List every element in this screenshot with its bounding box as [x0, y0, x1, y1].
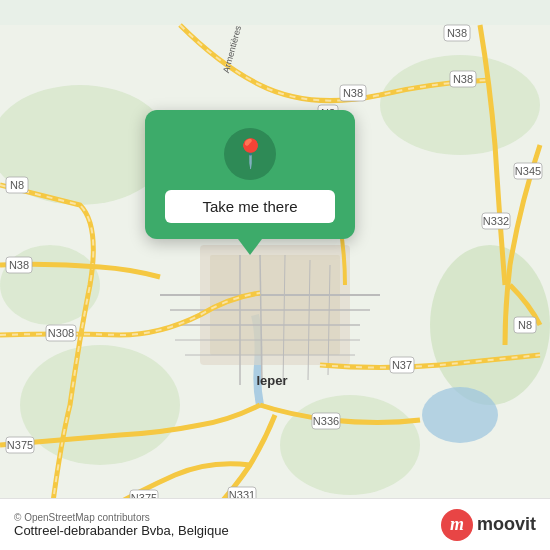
- location-pin-icon: 📍: [233, 140, 268, 168]
- svg-text:N37: N37: [392, 359, 412, 371]
- popup-card: 📍 Take me there: [145, 110, 355, 239]
- take-me-there-button[interactable]: Take me there: [165, 190, 335, 223]
- svg-text:N38: N38: [453, 73, 473, 85]
- svg-text:N336: N336: [313, 415, 339, 427]
- location-icon: 📍: [224, 128, 276, 180]
- moovit-wordmark: moovit: [477, 514, 536, 535]
- moovit-logo: m moovit: [441, 509, 536, 541]
- svg-text:N8: N8: [518, 319, 532, 331]
- svg-point-3: [380, 55, 540, 155]
- moovit-m-icon: m: [441, 509, 473, 541]
- svg-point-5: [20, 345, 180, 465]
- map-svg: N38 N38 N38 N8 N308 N375 N375 N331 N336 …: [0, 0, 550, 550]
- svg-text:N38: N38: [9, 259, 29, 271]
- svg-point-6: [280, 395, 420, 495]
- svg-text:N8: N8: [10, 179, 24, 191]
- map-container: N38 N38 N38 N8 N308 N375 N375 N331 N336 …: [0, 0, 550, 550]
- place-name: Cottreel-debrabander Bvba, Belgique: [14, 523, 229, 538]
- svg-text:N332: N332: [483, 215, 509, 227]
- svg-text:N375: N375: [7, 439, 33, 451]
- svg-point-8: [422, 387, 498, 443]
- svg-text:N38: N38: [447, 27, 467, 39]
- copyright-text: © OpenStreetMap contributors: [14, 512, 229, 523]
- svg-text:N345: N345: [515, 165, 541, 177]
- bottom-bar: © OpenStreetMap contributors Cottreel-de…: [0, 498, 550, 550]
- svg-text:Ieper: Ieper: [256, 373, 287, 388]
- bottom-left: © OpenStreetMap contributors Cottreel-de…: [14, 512, 229, 538]
- svg-text:N38: N38: [343, 87, 363, 99]
- svg-text:N308: N308: [48, 327, 74, 339]
